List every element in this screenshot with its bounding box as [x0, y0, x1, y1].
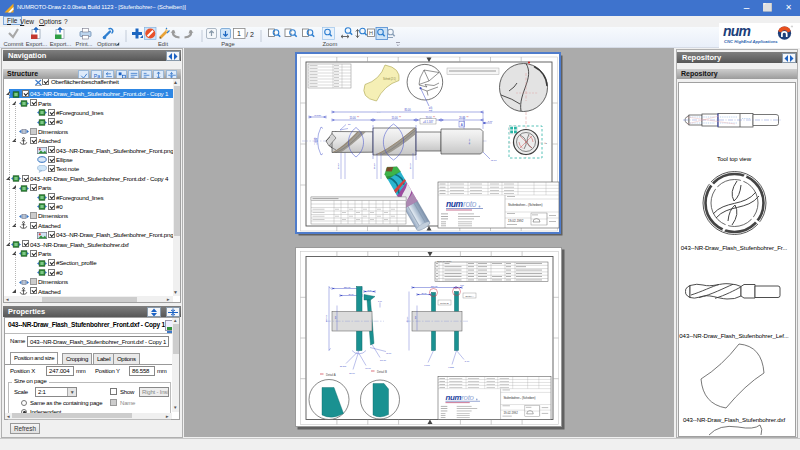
svg-text:20.00: 20.00	[349, 372, 355, 374]
svg-text:20.00: 20.00	[459, 116, 466, 120]
svg-text:Detail B: Detail B	[440, 302, 449, 305]
svg-text:19-02-1992: 19-02-1992	[503, 411, 518, 415]
svg-text:**: **	[399, 116, 401, 120]
svg-text:num: num	[445, 393, 461, 402]
svg-text:Edit: Edit	[158, 41, 168, 47]
svg-text:45.00°: 45.00°	[386, 352, 392, 354]
svg-text:**: **	[466, 116, 468, 120]
svg-text:19-02-1992: 19-02-1992	[508, 219, 524, 223]
svg-text:roto: roto	[463, 199, 477, 209]
svg-text:20°: 20°	[348, 123, 351, 125]
svg-text:Schnitt (2:1): Schnitt (2:1)	[383, 77, 396, 81]
svg-text:Print...: Print...	[76, 41, 93, 47]
svg-text:H: H	[369, 30, 373, 36]
svg-text:⌀5.40*: ⌀5.40*	[337, 163, 340, 169]
svg-text:1.00: 1.00	[488, 120, 493, 123]
svg-text:Stufenbohrer-- (Scheiben): Stufenbohrer-- (Scheiben)	[503, 396, 535, 400]
svg-text:1: 1	[237, 30, 241, 37]
svg-text:15.567: 15.567	[340, 365, 347, 367]
svg-text:⌀9.50: ⌀9.50	[468, 138, 471, 144]
svg-text:Detail A: Detail A	[326, 373, 336, 377]
svg-text:30.00: 30.00	[349, 293, 355, 295]
svg-text:num: num	[446, 199, 464, 209]
svg-text:30.00: 30.00	[422, 292, 428, 294]
svg-text:85.00: 85.00	[405, 108, 412, 112]
svg-text:10.00: 10.00	[365, 367, 371, 369]
svg-text:Detail B: Detail B	[377, 370, 387, 374]
svg-text:5.00: 5.00	[368, 289, 373, 291]
svg-text:**: **	[357, 116, 359, 120]
svg-text:R0.10: R0.10	[380, 359, 387, 361]
svg-text:5.25: 5.25	[429, 106, 433, 111]
svg-text:Options: Options	[97, 41, 117, 47]
svg-text:⌀100*: ⌀100*	[406, 317, 408, 323]
svg-text:5.00: 5.00	[465, 360, 470, 362]
svg-text:0.223: 0.223	[448, 366, 454, 368]
svg-text:Page: Page	[221, 41, 235, 47]
svg-text:15.00: 15.00	[350, 116, 357, 120]
svg-text:Detail A: Detail A	[465, 295, 474, 298]
svg-text:(A): (A)	[377, 111, 380, 114]
svg-text:A2: A2	[544, 142, 548, 145]
svg-text:Commit: Commit	[4, 41, 24, 47]
svg-text:A: A	[461, 123, 463, 127]
svg-text:Export...: Export...	[50, 41, 72, 47]
svg-text:Export...: Export...	[26, 41, 48, 47]
svg-text:Stufenbohrer-- (Scheiben): Stufenbohrer-- (Scheiben)	[508, 203, 542, 207]
svg-text:5.00: 5.00	[460, 284, 464, 286]
svg-text:⌀110.00: ⌀110.00	[325, 314, 327, 322]
svg-text:45.00°: 45.00°	[491, 159, 498, 162]
svg-text:150.00: 150.00	[344, 286, 351, 289]
svg-text:⌀6 1.587: ⌀6 1.587	[423, 120, 434, 124]
svg-text:roto: roto	[461, 393, 474, 402]
svg-text:/ 2: / 2	[246, 31, 254, 38]
svg-text:8.00: 8.00	[378, 300, 383, 302]
svg-text:(7.895): (7.895)	[314, 114, 321, 117]
svg-text:⌀8.00*: ⌀8.00*	[409, 163, 412, 169]
svg-text:118.00°: 118.00°	[314, 137, 318, 145]
svg-text:⌀6.80*: ⌀6.80*	[373, 163, 376, 169]
svg-text:1.787: 1.787	[424, 364, 430, 366]
svg-text:100.00: 100.00	[431, 285, 438, 288]
svg-text:15.00: 15.00	[392, 116, 399, 120]
svg-text:Zoom: Zoom	[323, 41, 338, 47]
